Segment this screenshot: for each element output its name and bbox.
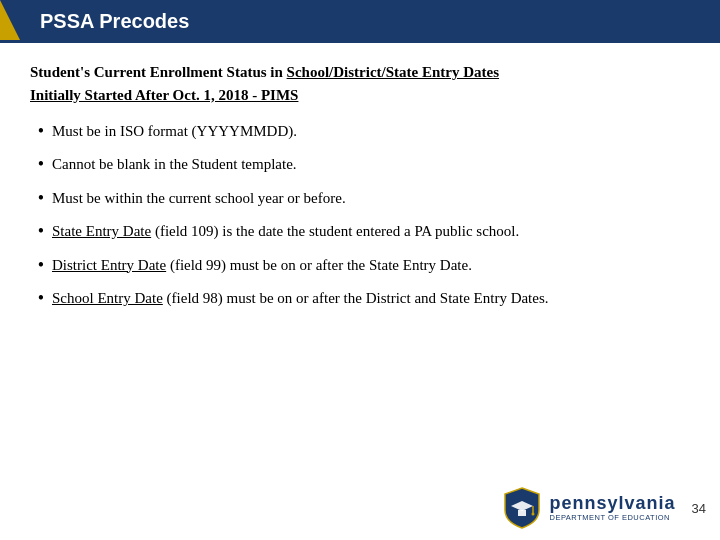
bullet-dot: • [30,120,52,143]
pa-dept-label: DEPARTMENT OF EDUCATION [549,513,670,522]
page-number: 34 [692,501,706,516]
bullet-underline: District Entry Date [52,257,166,273]
pa-text-block: pennsylvania DEPARTMENT OF EDUCATION [549,494,675,523]
list-item: • Cannot be blank in the Student templat… [30,153,690,176]
bullet-text: Cannot be blank in the Student template. [52,153,690,176]
bullet-list: • Must be in ISO format (YYYYMMDD). • Ca… [30,120,690,310]
bullet-rest: (field 99) must be on or after the State… [166,257,472,273]
bullet-text: District Entry Date (field 99) must be o… [52,254,690,277]
bullet-dot: • [30,153,52,176]
pa-shield-icon [503,486,541,530]
list-item: • District Entry Date (field 99) must be… [30,254,690,277]
main-content: Student's Current Enrollment Status in S… [0,43,720,330]
intro-line1-underline: School/District/State Entry Dates [287,64,499,80]
list-item: • Must be in ISO format (YYYYMMDD). [30,120,690,143]
bullet-dot: • [30,254,52,277]
bullet-dot: • [30,220,52,243]
pa-state-label: pennsylvania [549,494,675,514]
svg-point-3 [532,513,535,516]
list-item: • Must be within the current school year… [30,187,690,210]
bullet-rest: (field 98) must be on or after the Distr… [163,290,549,306]
intro-line1-part1: Student's Current Enrollment Status in [30,64,287,80]
footer: pennsylvania DEPARTMENT OF EDUCATION 34 [503,486,706,530]
bullet-text: Must be within the current school year o… [52,187,690,210]
intro-line2-underline: Initially Started After Oct. 1, 2018 - P… [30,87,298,103]
bullet-underline: State Entry Date [52,223,151,239]
header-bar: PSSA Precodes [0,0,720,43]
bullet-text: School Entry Date (field 98) must be on … [52,287,690,310]
bullet-dot: • [30,187,52,210]
list-item: • State Entry Date (field 109) is the da… [30,220,690,243]
bullet-dot: • [30,287,52,310]
svg-rect-1 [518,510,526,516]
page-title: PSSA Precodes [40,10,189,33]
intro-heading: Student's Current Enrollment Status in S… [30,61,690,106]
bullet-rest: (field 109) is the date the student ente… [151,223,519,239]
bullet-text: State Entry Date (field 109) is the date… [52,220,690,243]
bullet-text: Must be in ISO format (YYYYMMDD). [52,120,690,143]
bullet-underline: School Entry Date [52,290,163,306]
list-item: • School Entry Date (field 98) must be o… [30,287,690,310]
pa-logo: pennsylvania DEPARTMENT OF EDUCATION [503,486,675,530]
